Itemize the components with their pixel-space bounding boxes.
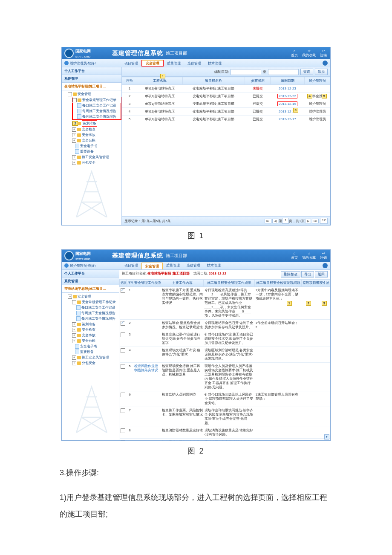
tab-safety[interactable]: 安全管理 [142,60,163,66]
home-icon[interactable]: ⌂首页 [291,49,298,58]
refresh-icon[interactable] [323,263,328,268]
checkbox[interactable] [121,321,125,326]
table-row[interactable]: 1检查专项施工方案·重点检查方案的编审批规范性、内容与现场的一致性、执行落实情况… [120,287,330,320]
tree-node-subcontract[interactable]: +分包安全 [72,360,119,366]
export-button[interactable]: 导出 [301,271,314,278]
date-to-input[interactable] [268,69,299,75]
tree-node-accident[interactable]: +安全事故 [72,332,119,338]
logout-icon[interactable]: ↩注销 [320,49,327,58]
back-button[interactable]: 返回 [315,271,328,278]
th-problem[interactable]: 施工项目部安全检查发现问题 [255,280,302,287]
pager-first-icon[interactable]: ⏮ [265,219,271,223]
table-row[interactable]: 5检查风险作业控制措施落实情况检查现场安全措施·施工风险防控是否到位·重点是人员… [120,363,330,391]
sidebar-personal[interactable]: 个人工作平台 [62,270,119,278]
add-button[interactable]: 添加 [315,69,328,75]
checkbox[interactable] [121,288,125,293]
table-row[interactable]: 8检查消防器材数量及完好性现场消防设施数量充足·性能完好·没有安全风险。 [120,427,330,439]
table-row[interactable]: 3检查交底记录·作业前进行培训交底·是否全员参加并签字针对今日现场作业·施工项目… [120,331,330,347]
sidebar-breadcrumb[interactable]: 变电站场平标段|施工项目… [62,83,121,90]
logout-icon[interactable]: ↩注销 [320,251,327,260]
table-row[interactable]: 6检查监护人员到岗到位针对今日现场三级及以上风险作业·监理项目部监理人员进行了安… [120,391,330,407]
tab-safety[interactable]: 安全管理 [141,263,163,269]
checkbox[interactable] [121,332,125,337]
table-row[interactable]: 3单项1|变电站特高压变电站场平标段|施工项目部已提交2013-12-19维护管… [122,100,330,108]
tree-node-check[interactable]: +安全检查 [72,127,121,132]
tree-leaf-monthly[interactable]: 每月施工安全情况报告 [77,114,121,119]
tree-node-risk[interactable]: +施工安全风险管理 [72,154,121,160]
date-from-input[interactable] [231,69,261,75]
th-index[interactable]: 序号 [127,280,133,287]
tree-node-subcontract[interactable]: +分包安全 [72,160,121,165]
tree-leaf-daily[interactable]: 每日施工安全工作记录 [77,103,121,108]
table-row[interactable]: 7检查施工作业票、风险控制卡、复图单填写和审批情况现场作业详细票填写规范·签字齐… [120,407,330,427]
tree-leaf-equip[interactable]: 重要设备 [72,349,119,355]
tab-cost[interactable]: 造价管理 [183,262,204,269]
checkbox[interactable] [121,393,125,397]
tree-node-risk[interactable]: +施工安全风险管理 [72,355,119,360]
table-row[interactable]: 1单项1|变电站特高压变电站场平标段|施工项目部未提交2013-12-23 [122,85,330,92]
th-supervise[interactable]: 监理项目部安全检查发现… [302,280,325,287]
sidebar-breadcrumb[interactable]: 变电站场平标段|施工项目… [62,285,119,293]
th-status[interactable]: 参赛状态 [245,77,271,85]
tree-node-ledger[interactable]: +安全台帐 [72,338,119,344]
search-button[interactable]: 查询 [300,69,313,75]
th-project[interactable]: 工程名称 [137,77,183,85]
tree-node-plan[interactable]: +策划准备 [72,321,119,327]
th-select[interactable]: 选择 [120,280,127,287]
tree-node-accident[interactable]: +安全事故 [72,132,121,138]
th-yes[interactable]: 是 [325,280,330,287]
tree-node-check[interactable]: +安全检查 [72,327,119,332]
tree-leaf-weekly[interactable]: 每周施工安全情况报告 [76,310,119,316]
table-row[interactable]: 4检查现场文明施工布设·确保符合"六化"要求现场区域划分清晰规范·各类安全设施及… [120,347,330,363]
pager-prev-icon[interactable]: ◀ [272,219,278,223]
tab-cost[interactable]: 造价管理 [184,60,205,66]
sidebar-personal[interactable]: 个人工作平台 [62,67,121,75]
table-row[interactable]: 2单项1|变电站特高压变电站场平标段|施工项目部已提交2013-12-22李全胜 [122,92,330,100]
pager-next-icon[interactable]: ▶ [305,219,311,223]
tree-leaf-ebook[interactable]: 安全电子书 [72,344,119,349]
tab-tech[interactable]: 技术管理 [204,262,224,269]
checkbox[interactable] [121,364,125,369]
tree-node-plan[interactable]: +策划准备 2 [72,120,121,127]
th-index[interactable]: 序号 [122,77,137,85]
pager-size-input[interactable]: 12 [320,218,328,224]
favorite-icon[interactable]: ☆我的收藏 [302,251,316,260]
tab-tech[interactable]: 技术管理 [205,60,225,66]
table-row[interactable]: 5单项1|变电站特高压变电站场平标段|施工项目部已提交2013-12-17维护管… [122,116,330,123]
th-dept[interactable]: 项目部名称 [182,77,245,85]
tree-leaf-daily[interactable]: 每日施工安全工作记录 [76,305,119,310]
refresh-icon[interactable] [323,61,328,66]
checkbox[interactable] [121,440,125,440]
tree-root[interactable]: −安全管理 −安全常规管理工作记录 每日施工安全工作记录 每周施工安全情况报告 … [68,91,121,165]
th-manager[interactable]: 维护管理员 [305,77,330,85]
tree-leaf-equip[interactable]: 重要设备 [72,149,121,154]
tree-node-records[interactable]: −安全常规管理工作记录 每日施工安全工作记录 每周施工安全情况报告 每月施工安全… [72,299,119,321]
tab-project[interactable]: 项目管理 [121,262,141,269]
favorite-icon[interactable]: ☆我的收藏 [302,49,316,58]
checkbox[interactable] [121,348,125,353]
checkbox[interactable] [121,428,125,433]
tree-leaf-monthly[interactable]: 每月施工安全情况报告 [76,316,119,321]
tab-quality[interactable]: 质量管理 [163,262,183,269]
tree-root[interactable]: −安全管理 −安全常规管理工作记录 每日施工安全工作记录 每周施工安全情况报告 … [68,294,119,366]
table-row[interactable]: 2检查站班会·重点检查全员参加情况、检查记录规范性今日现场站班会已召开·做到了全… [120,320,330,331]
pager-last-icon[interactable]: ⏭ [312,219,319,223]
th-work[interactable]: 主要工作内容 [161,280,204,287]
tree-node-ledger[interactable]: +安全台帐 [72,138,121,143]
th-result[interactable]: 施工项目部安全管理工作成果 [204,280,255,287]
delete-rectify-button[interactable]: 删除整改 [281,271,300,278]
checkbox[interactable] [121,408,125,413]
th-date[interactable]: 编制日期 [271,77,305,85]
pager-page-input[interactable]: 1 [282,218,289,224]
tree-leaf-weekly[interactable]: 每周施工安全情况报告 [77,108,121,114]
table-row[interactable]: 检查季节性工作落实情况·检查季节性工作落实·防灾措施说施齐全·台帐资料·现场已组… [120,439,330,441]
home-icon[interactable]: ⌂首页 [291,251,298,260]
tree-leaf-ebook[interactable]: 安全电子书 [72,143,121,149]
scroll-down-icon[interactable]: ▾ [324,434,329,439]
tab-quality[interactable]: 质量管理 [164,60,184,66]
sidebar-system[interactable]: 系统管理 [62,75,121,83]
tab-project[interactable]: 项目管理 [121,60,141,66]
table-row[interactable]: 4单项1|变电站特高压变电站场平标段|施工项目部已提交2013-12-18维护管… [122,108,330,116]
sidebar-system[interactable]: 系统管理 [62,278,119,285]
th-category[interactable]: 安全管理工作类别 [133,280,161,287]
